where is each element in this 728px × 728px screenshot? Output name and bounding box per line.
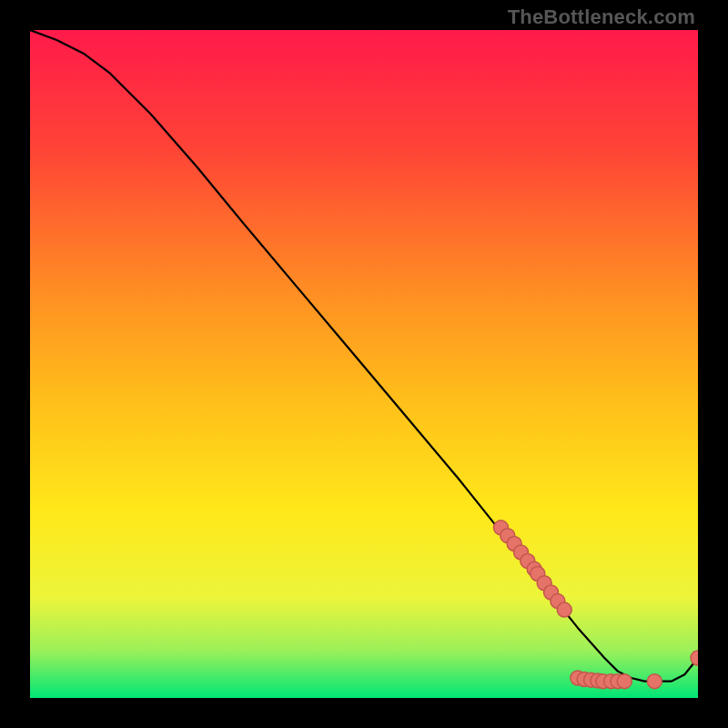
bottleneck-chart (30, 30, 698, 698)
data-point-marker (557, 602, 571, 617)
watermark-text: TheBottleneck.com (508, 5, 695, 29)
chart-canvas (30, 30, 698, 698)
gradient-background (30, 30, 698, 698)
data-point-marker (617, 674, 632, 689)
data-point-marker (647, 674, 662, 689)
